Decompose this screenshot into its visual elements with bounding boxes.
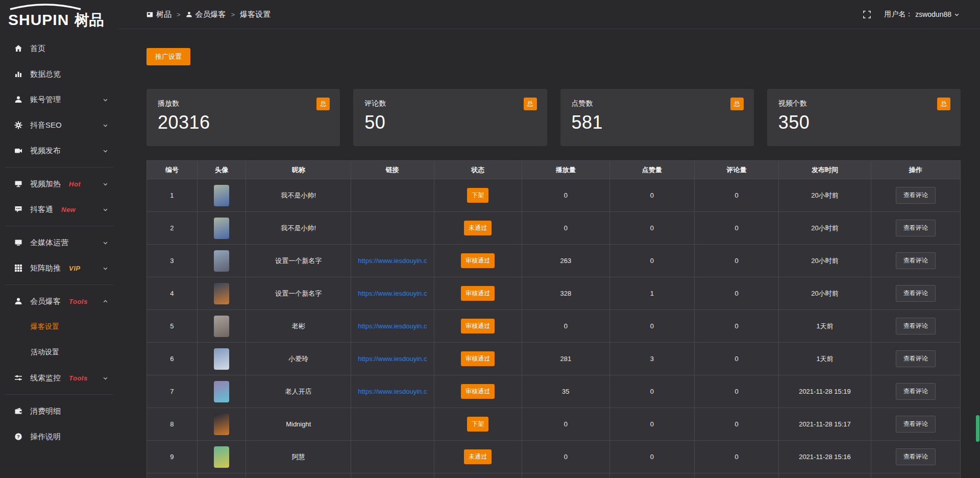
publish-time-cell: 2021-11-28 15:17 — [779, 408, 871, 441]
column-header: 点赞量 — [609, 161, 694, 179]
chevron-down-icon — [103, 181, 108, 187]
breadcrumb-separator: > — [177, 11, 181, 18]
table-row: 6 小爱玲 https://www.iesdouyin.c 审核通过 281 3… — [147, 343, 961, 375]
app-logo[interactable]: SHUPIN 树品 — [0, 0, 118, 32]
status-cell: 审核通过 — [434, 245, 522, 277]
likes-cell: 0 — [609, 179, 694, 212]
nickname-cell: 我不是小帅! — [246, 179, 351, 212]
sidebar-item-clue-monitor[interactable]: 线索监控 Tools — [0, 365, 118, 391]
view-comments-button[interactable]: 查看评论 — [896, 285, 936, 302]
comments-cell: 0 — [694, 179, 779, 212]
status-badge: 审核通过 — [461, 253, 495, 268]
sidebar-item-matrix-boost[interactable]: 矩阵助推 VIP — [0, 255, 118, 281]
video-link[interactable]: https://www.iesdouyin.c — [351, 343, 434, 375]
breadcrumb-item-shupin[interactable]: 树品 — [146, 10, 172, 19]
logo-text-en: SHUPIN — [8, 11, 69, 28]
breadcrumb-label: 树品 — [156, 10, 172, 19]
column-header: 昵称 — [246, 161, 351, 179]
username-value: zswodun88 — [915, 10, 951, 18]
total-badge: 总 — [730, 98, 744, 110]
avatar-cell — [197, 343, 246, 375]
video-link[interactable] — [351, 473, 434, 478]
comments-cell: 0 — [694, 441, 779, 473]
avatar-cell — [197, 179, 246, 212]
sidebar-item-help[interactable]: ? 操作说明 — [0, 424, 118, 449]
publish-time-cell: 20小时前 — [779, 245, 871, 277]
view-comments-button[interactable]: 查看评论 — [896, 350, 936, 367]
total-badge: 总 — [316, 98, 330, 110]
row-id-cell: 9 — [147, 441, 198, 473]
page-title: 爆客设置 — [240, 10, 271, 19]
fullscreen-icon[interactable] — [863, 11, 871, 18]
video-link[interactable]: https://www.iesdouyin.c — [351, 310, 434, 343]
sliders-icon — [14, 373, 23, 383]
video-link[interactable] — [351, 179, 434, 212]
video-link[interactable]: https://www.iesdouyin.c — [351, 245, 434, 277]
avatar-cell — [197, 375, 246, 408]
avatar-cell — [197, 212, 246, 245]
logo-arc-icon — [7, 3, 84, 10]
view-comments-button[interactable]: 查看评论 — [896, 318, 936, 334]
stat-label: 播放数 — [158, 98, 179, 108]
row-id-cell — [147, 473, 198, 478]
view-comments-button[interactable]: 查看评论 — [896, 220, 936, 236]
view-comments-button[interactable]: 查看评论 — [896, 383, 936, 400]
status-cell: 审核通过 — [434, 375, 522, 408]
vip-badge: VIP — [69, 265, 80, 272]
sidebar-item-spend-details[interactable]: 消费明细 — [0, 398, 118, 424]
view-comments-button[interactable]: 查看评论 — [896, 252, 936, 269]
sidebar-item-media-operation[interactable]: 全媒体运营 — [0, 230, 118, 255]
chevron-down-icon — [103, 375, 108, 381]
video-link[interactable]: https://www.iesdouyin.c — [351, 277, 434, 310]
avatar — [214, 185, 229, 206]
tools-badge: Tools — [69, 298, 88, 305]
menu-divider — [5, 226, 113, 226]
stat-value: 350 — [778, 112, 950, 133]
scrollbar-thumb[interactable] — [976, 415, 979, 442]
sidebar-item-video-publish[interactable]: 视频发布 — [0, 138, 118, 163]
view-comments-button[interactable]: 查看评论 — [896, 416, 936, 433]
question-circle-icon: ? — [14, 432, 23, 441]
nickname-cell: 我不是小帅! — [246, 212, 351, 245]
sidebar-item-video-heat[interactable]: 视频加热 Hot — [0, 171, 118, 197]
sidebar-item-account-mgmt[interactable]: 账号管理 — [0, 87, 118, 112]
video-link[interactable] — [351, 441, 434, 473]
menu-divider — [5, 394, 113, 395]
sidebar-item-label: 矩阵助推 — [30, 264, 61, 273]
sidebar-item-label: 视频发布 — [30, 146, 61, 156]
sidebar-item-member-baoke[interactable]: 会员爆客 Tools — [0, 289, 118, 314]
hot-badge: Hot — [69, 180, 81, 188]
status-badge: 审核通过 — [461, 384, 495, 399]
sidebar-item-label: 首页 — [30, 44, 45, 54]
sidebar-item-activity-settings[interactable]: 活动设置 — [0, 340, 118, 365]
plays-cell: 263 — [522, 245, 609, 277]
view-comments-button[interactable]: 查看评论 — [896, 187, 936, 204]
sidebar-item-douyin-seo[interactable]: 抖音SEO — [0, 112, 118, 138]
avatar — [214, 218, 229, 239]
sidebar-item-douketong[interactable]: 抖客通 New — [0, 197, 118, 222]
user-menu[interactable]: 用户名： zswodun88 — [884, 10, 960, 19]
status-badge: 审核通过 — [461, 319, 495, 333]
video-link[interactable]: https://www.iesdouyin.c — [351, 375, 434, 408]
breadcrumb-item-member-baoke[interactable]: 会员爆客 — [186, 10, 226, 19]
video-link[interactable] — [351, 408, 434, 441]
comments-cell: 0 — [694, 408, 779, 441]
sidebar-item-home[interactable]: 首页 — [0, 36, 118, 61]
view-comments-button[interactable]: 查看评论 — [896, 448, 936, 465]
likes-cell: 0 — [609, 408, 694, 441]
sidebar-item-label: 数据总览 — [30, 69, 61, 79]
sidebar-item-data-overview[interactable]: 数据总览 — [0, 61, 118, 87]
avatar-cell — [197, 473, 246, 478]
chat-bubble-icon — [14, 205, 23, 214]
promotion-settings-button[interactable]: 推广设置 — [146, 48, 190, 65]
video-link[interactable] — [351, 212, 434, 245]
column-header: 链接 — [351, 161, 434, 179]
sidebar-item-baoke-settings[interactable]: 爆客设置 — [0, 314, 118, 340]
likes-cell: 0 — [609, 245, 694, 277]
breadcrumb-item-baoke-settings: 爆客设置 — [240, 10, 271, 19]
stat-card-likes: 点赞数 总 581 — [560, 89, 754, 146]
chevron-down-icon — [103, 123, 108, 128]
sidebar-item-label: 全媒体运营 — [30, 238, 68, 248]
monitor-icon — [14, 238, 23, 247]
status-badge: 下架 — [467, 188, 488, 203]
